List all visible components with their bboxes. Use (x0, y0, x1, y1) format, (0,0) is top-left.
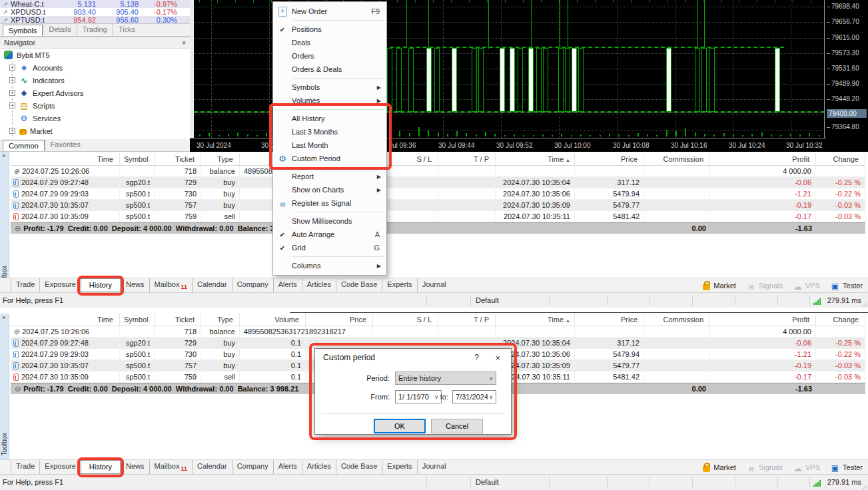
toolbox-tab[interactable]: Calendar (192, 278, 232, 292)
menu-item[interactable] (273, 76, 386, 81)
toolbox-tab[interactable]: Company (232, 460, 273, 474)
toolbox-tab[interactable]: Exposure (39, 278, 80, 292)
connection-bars-icon[interactable] (813, 298, 823, 305)
history-table-header[interactable]: Time Symbol Ticket Type Volume Price S /… (11, 314, 865, 326)
close-icon[interactable]: × (182, 39, 186, 47)
market-watch-tab[interactable]: Trading (77, 24, 113, 36)
expand-plus-icon[interactable]: + (9, 65, 15, 71)
service-button[interactable]: Tester (831, 282, 863, 290)
column-header[interactable]: T / P (438, 314, 496, 326)
service-button[interactable]: Signals (747, 463, 783, 472)
expand-plus-icon[interactable]: + (9, 128, 15, 134)
menu-item[interactable] (273, 210, 386, 214)
toolbox-tab[interactable]: News (121, 460, 149, 474)
column-header[interactable]: T / P (438, 153, 496, 165)
menu-item[interactable]: Last Month (273, 138, 386, 152)
profile-selector[interactable]: Default (476, 478, 499, 486)
toolbox-tab[interactable]: Alerts (273, 460, 302, 474)
menu-item[interactable]: Symbols ▶ (273, 81, 386, 94)
service-button[interactable]: Market (703, 282, 736, 290)
service-button[interactable]: VPS (793, 282, 820, 290)
column-header[interactable]: Type (201, 153, 240, 165)
watchlist-row[interactable]: ↗ XPTUSD.t 954.92 956.60 0.30% (0, 16, 190, 24)
column-header[interactable]: Commission (644, 314, 710, 326)
toolbox-tab[interactable]: Mailbox11 (149, 278, 192, 292)
navigator-tab[interactable]: Favorites (45, 139, 86, 151)
to-date-select[interactable]: 7/31/2024∨ (452, 390, 496, 403)
history-table-row[interactable]: 2024.07.29 09:27:48 sgp20.t 729 buy 0.1 … (11, 338, 865, 349)
menu-item[interactable]: Columns ▶ (273, 259, 386, 272)
column-header[interactable]: Time▲ (496, 153, 575, 165)
toolbox-tab[interactable]: Journal (417, 460, 451, 474)
column-header[interactable]: Ticket (155, 153, 201, 165)
service-button[interactable]: Signals (747, 282, 783, 290)
column-header[interactable]: Time (11, 314, 120, 326)
column-header[interactable]: Volume (240, 314, 306, 326)
menu-item[interactable]: Custom Period (273, 152, 386, 165)
menu-item[interactable] (273, 107, 386, 112)
toolbox-tab[interactable]: Alerts (273, 278, 302, 292)
toolbox-tab[interactable]: Experts (382, 278, 416, 292)
price-axis[interactable]: 79400.00 79698.4079656.7079615.0079573.3… (826, 0, 868, 152)
connection-latency[interactable]: 279.91 ms (827, 296, 861, 304)
connection-bars-icon[interactable] (813, 480, 823, 487)
menu-item[interactable]: All History (273, 112, 386, 125)
menu-item[interactable] (273, 18, 386, 23)
toolbox-tab[interactable]: Code Base (336, 460, 382, 474)
watchlist-row[interactable]: ↗ Wheat-C.t 5.131 5.138 -0.97% (0, 0, 190, 8)
close-icon[interactable]: × (2, 314, 5, 321)
navigator-tab[interactable]: Common (3, 140, 45, 151)
resize-grip[interactable] (861, 483, 867, 489)
watchlist-row[interactable]: ↗ XPDUSD.t 903.40 905.40 -0.17% (0, 8, 190, 16)
close-icon[interactable]: × (2, 152, 5, 159)
history-table-row[interactable]: 2024.07.29 09:27:48 sgp20.t 729 buy 0.1 … (11, 177, 865, 188)
expand-plus-icon[interactable]: + (9, 90, 15, 96)
menu-item[interactable]: Orders & Deals (273, 63, 386, 76)
navigator-root-account[interactable]: Bybit MT5 (0, 49, 190, 61)
history-table-header[interactable]: Time Symbol Ticket Type Volume Price S /… (11, 153, 865, 166)
column-header[interactable]: Profit (710, 153, 816, 165)
toolbox-tab[interactable]: Trade (11, 460, 39, 474)
menu-item[interactable]: ✔ Grid G (273, 241, 386, 254)
help-button[interactable]: ? (474, 353, 479, 362)
column-header[interactable]: Ticket (155, 314, 201, 326)
close-icon[interactable]: × (495, 353, 500, 363)
ok-button[interactable]: OK (374, 419, 426, 433)
navigator-item[interactable]: + Accounts (0, 61, 190, 74)
navigator-item[interactable]: + Market (0, 124, 190, 137)
toolbox-tab[interactable]: Calendar (192, 460, 232, 474)
toolbox-tab[interactable]: History (81, 278, 121, 292)
menu-item[interactable]: ✔ Auto Arrange A (273, 228, 386, 241)
column-header[interactable]: Type (201, 314, 240, 326)
toolbox-tab[interactable]: Articles (302, 278, 336, 292)
menu-item[interactable]: Last 3 Months (273, 125, 386, 138)
toolbox-tab[interactable]: Trade (11, 278, 39, 292)
column-header[interactable]: Time (11, 153, 120, 165)
navigator-item[interactable]: + Expert Advisors (0, 87, 190, 99)
column-header[interactable]: Symbol (120, 153, 155, 165)
service-button[interactable]: Tester (831, 463, 863, 472)
toolbox-tab[interactable]: Journal (417, 278, 451, 292)
menu-item[interactable]: Orders (273, 49, 386, 63)
column-header[interactable]: Price (575, 314, 644, 326)
expand-plus-icon[interactable]: + (9, 77, 15, 83)
history-table-row[interactable]: 2024.07.30 10:35:09 sp500.t 759 sell 0.1… (11, 211, 865, 222)
market-watch-tab[interactable]: Ticks (113, 24, 141, 36)
column-header[interactable]: Change (816, 153, 865, 165)
column-header[interactable]: Symbol (120, 314, 155, 326)
period-select[interactable]: Entire history∨ (395, 371, 496, 385)
toolbox-tab[interactable]: Exposure (39, 460, 80, 474)
menu-item[interactable]: Volumes ▶ (273, 94, 386, 107)
toolbox-tab[interactable]: Code Base (336, 278, 382, 292)
column-header[interactable]: S / L (373, 314, 438, 326)
resize-grip[interactable] (861, 301, 867, 307)
column-header[interactable]: Change (816, 314, 865, 326)
profile-selector[interactable]: Default (476, 296, 499, 304)
toolbox-tab[interactable]: Company (232, 278, 273, 292)
history-table-row[interactable]: 2024.07.29 09:29:03 sp500.t 730 buy 0.1 … (11, 188, 865, 200)
dialog-titlebar[interactable]: Custom period ? × (315, 349, 511, 366)
service-button[interactable]: Market (703, 463, 736, 472)
menu-item[interactable] (273, 254, 386, 259)
menu-item[interactable]: Report ▶ (273, 170, 386, 183)
column-header[interactable]: Time▲ (496, 314, 575, 326)
